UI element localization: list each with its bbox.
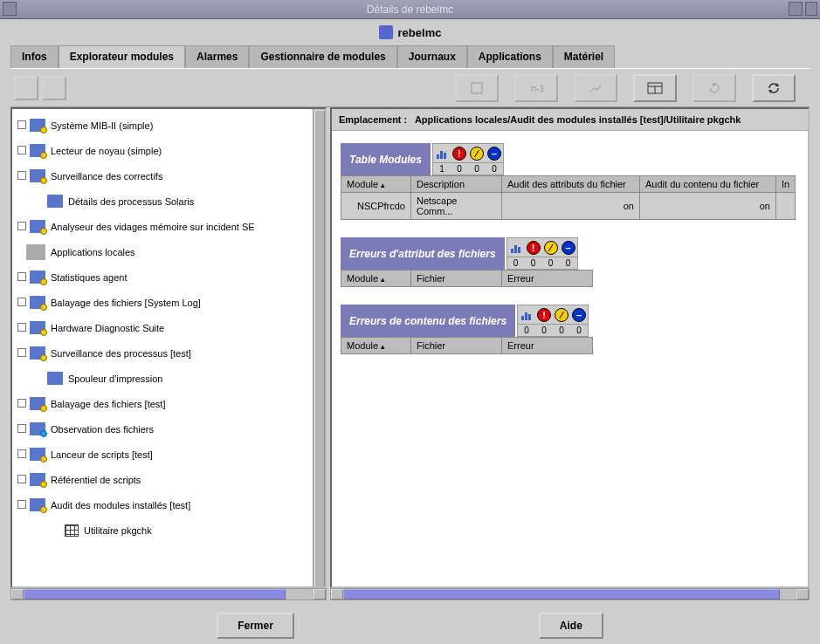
status-count-3: 0 (570, 324, 588, 336)
tab-applications[interactable]: Applications (467, 45, 553, 68)
tree-item[interactable]: Utilitaire pkgchk (14, 517, 323, 543)
module-icon (30, 448, 45, 461)
help-button[interactable]: Aide (539, 613, 603, 639)
tree-item-label: Système MIB-II (simple) (51, 120, 153, 131)
tree-item[interactable]: Référentiel de scripts (14, 467, 323, 492)
module-icon (30, 119, 45, 132)
table-modules[interactable]: Module Description Audit des attributs d… (341, 175, 796, 220)
tree-toggle-icon (14, 247, 24, 257)
tree-item[interactable]: Surveillance des processus [test] (14, 340, 323, 366)
tree-toggle-icon[interactable] (17, 449, 28, 460)
tree-item-label: Utilitaire pkgchk (84, 525, 152, 536)
col-module[interactable]: Module (341, 338, 411, 354)
svg-rect-0 (472, 83, 482, 93)
col-audit-attr[interactable]: Audit des attributs du fichier (502, 176, 640, 193)
tab-hardware[interactable]: Matériel (553, 45, 615, 68)
scroll-left-icon[interactable] (331, 589, 343, 599)
col-in[interactable]: In (776, 176, 796, 193)
tree-item[interactable]: Analyseur des vidages mémoire sur incide… (14, 214, 323, 239)
tree-item-label: Balayage des fichiers [System Log] (51, 298, 201, 308)
tree-vertical-scrollbar[interactable] (313, 109, 325, 586)
tab-module-manager[interactable]: Gestionnaire de modules (249, 45, 396, 68)
col-description[interactable]: Description (411, 176, 502, 193)
table-content-errors[interactable]: Module Fichier Erreur (341, 337, 593, 354)
tab-infos[interactable]: Infos (10, 45, 59, 68)
tree-item[interactable]: Spouleur d'impression (14, 366, 323, 391)
col-audit-content[interactable]: Audit du contenu du fichier (640, 176, 776, 193)
tree-toggle-icon[interactable] (17, 298, 28, 308)
tree-item-label: Analyseur des vidages mémoire sur incide… (51, 222, 255, 232)
tree-item[interactable]: Hardware Diagnostic Suite (14, 315, 323, 340)
svg-rect-10 (444, 153, 446, 159)
section-title-content-errors: Erreurs de contenu des fichiers (341, 305, 515, 337)
tree-item-label: Surveillance des correctifs (51, 171, 162, 182)
tree-item[interactable]: Détails des processus Solaris (14, 188, 323, 214)
module-icon (30, 169, 45, 182)
window-menu-icon[interactable] (3, 2, 17, 16)
section-content-errors: Erreurs de contenu des fichiers 0 !0 ∕0 … (341, 305, 799, 354)
tab-module-explorer[interactable]: Explorateur modules (59, 45, 185, 68)
alarm-critical-icon: ! (535, 305, 553, 324)
svg-rect-14 (521, 316, 524, 320)
maximize-icon[interactable] (789, 2, 803, 16)
tree-toggle-icon[interactable] (17, 424, 28, 435)
tree-toggle-icon[interactable] (17, 399, 28, 409)
table-icon (65, 524, 79, 537)
module-icon (30, 271, 45, 284)
tab-logs[interactable]: Journaux (397, 45, 467, 68)
close-button[interactable]: Fermer (217, 613, 294, 639)
tree-item[interactable]: Surveillance des correctifs (14, 163, 323, 188)
tree-item[interactable]: Lecteur de noyau (simple) (14, 138, 323, 163)
status-indicators: 1 !0 ∕0 –0 (432, 143, 504, 175)
tree-item[interactable]: Statistiques agent (14, 264, 323, 290)
tree-item[interactable]: Lanceur de scripts [test] (14, 442, 323, 467)
col-file[interactable]: Fichier (411, 271, 502, 287)
tree-item[interactable]: Applications locales (14, 239, 323, 264)
minimize-icon[interactable] (805, 2, 817, 16)
tree-toggle-icon[interactable] (17, 146, 28, 156)
status-indicators: 0 !0 ∕0 –0 (506, 237, 578, 270)
tree-toggle-icon[interactable] (17, 272, 28, 283)
col-module[interactable]: Module (341, 176, 411, 193)
scroll-left-icon[interactable] (11, 589, 24, 599)
tree-toggle-icon[interactable] (17, 348, 28, 359)
tree-toggle-icon[interactable] (17, 500, 28, 510)
tree-toggle-icon[interactable] (17, 323, 28, 333)
col-error[interactable]: Erreur (502, 271, 593, 287)
tree-item[interactable]: Observation des fichiers (14, 416, 323, 442)
tool-refresh-button[interactable] (752, 74, 796, 102)
scroll-right-icon[interactable] (796, 589, 809, 599)
content-horizontal-scrollbar[interactable] (330, 588, 810, 600)
tree-horizontal-scrollbar[interactable] (10, 588, 327, 600)
alarm-warning-icon: ∕ (553, 305, 570, 324)
tool-collapse-icon (42, 76, 66, 100)
tree-item-label: Lanceur de scripts [test] (51, 449, 153, 460)
module-icon (30, 397, 45, 410)
col-error[interactable]: Erreur (502, 338, 593, 354)
col-file[interactable]: Fichier (411, 338, 502, 354)
svg-rect-15 (525, 312, 527, 320)
module-icon (30, 346, 45, 360)
module-blue-icon (30, 422, 45, 435)
table-row[interactable]: NSCPfrcdo Netscape Comm... on on (341, 193, 796, 220)
scroll-right-icon[interactable] (314, 589, 326, 599)
tree-item[interactable]: Audit des modules installés [test] (14, 492, 323, 517)
tree-item[interactable]: Balayage des fichiers [System Log] (14, 290, 323, 315)
tree-item[interactable]: Système MIB-II (simple) (14, 113, 323, 138)
tree-toggle-icon[interactable] (17, 171, 28, 182)
col-module[interactable]: Module (341, 271, 411, 287)
tree-item-label: Spouleur d'impression (68, 373, 163, 384)
tree-toggle-icon[interactable] (17, 475, 28, 485)
bars-icon (433, 144, 451, 162)
module-tree[interactable]: Système MIB-II (simple)Lecteur de noyau … (10, 107, 327, 588)
module-icon (30, 144, 45, 157)
tree-toggle-icon[interactable] (17, 120, 28, 131)
module-nobadge-icon (47, 195, 63, 208)
alarm-info-icon: – (570, 305, 588, 324)
tab-alarms[interactable]: Alarmes (185, 45, 249, 68)
tree-toggle-icon[interactable] (17, 222, 28, 232)
tree-item[interactable]: Balayage des fichiers [test] (14, 391, 323, 416)
tree-toggle-icon (35, 196, 45, 207)
tool-view-button[interactable] (633, 74, 677, 102)
table-attr-errors[interactable]: Module Fichier Erreur (341, 270, 593, 287)
